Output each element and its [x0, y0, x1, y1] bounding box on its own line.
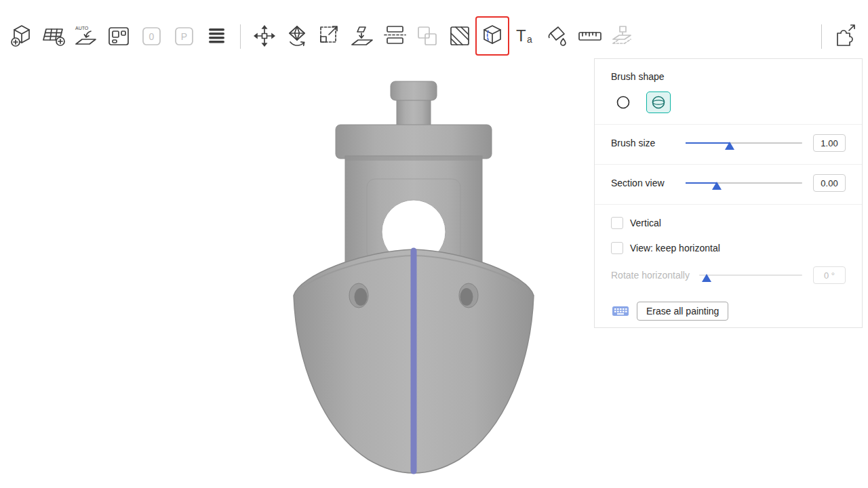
- rotate-horizontally-label: Rotate horizontally: [611, 270, 690, 281]
- move-icon: [251, 22, 278, 49]
- plugin-button[interactable]: [830, 18, 861, 54]
- mesh-boolean-icon: [414, 22, 441, 49]
- place-on-face-icon: [349, 22, 376, 49]
- panel-divider: [595, 164, 862, 165]
- brush-size-slider[interactable]: [686, 136, 802, 150]
- brush-size-value[interactable]: 1.00: [813, 134, 846, 152]
- vertical-checkbox[interactable]: [611, 217, 623, 229]
- add-plate-button[interactable]: [38, 18, 69, 54]
- brush-shape-title: Brush shape: [611, 71, 846, 82]
- fill-plate-0-button: 0: [136, 18, 167, 54]
- brush-size-label: Brush size: [611, 138, 676, 148]
- color-painting-icon: [544, 22, 571, 49]
- rotate-slider-track: [699, 274, 802, 276]
- rotate-horizontally-slider: [699, 268, 802, 283]
- toolbar-separator: [821, 24, 822, 49]
- shortcuts-button[interactable]: [611, 304, 630, 318]
- auto-orient-icon-label: AUTO: [75, 26, 89, 30]
- cut-button[interactable]: [379, 18, 410, 54]
- toolbar-separator: [240, 24, 241, 49]
- sphere-brush-icon: [651, 95, 666, 110]
- text-tool-icon: T a: [511, 22, 538, 49]
- rotate-slider-handle: [702, 274, 711, 282]
- mesh-boolean-button: [412, 18, 443, 54]
- scale-icon: [316, 22, 343, 49]
- auto-orient-icon: AUTO: [73, 22, 100, 49]
- arrange-button[interactable]: [103, 18, 134, 54]
- scale-button[interactable]: [314, 18, 345, 54]
- section-view-label: Section view: [611, 178, 676, 188]
- rotate-icon: [283, 22, 311, 49]
- vertical-checkbox-label: Vertical: [630, 218, 661, 228]
- add-object-button[interactable]: [5, 18, 37, 54]
- layers-icon: [203, 22, 230, 49]
- section-view-slider[interactable]: [686, 176, 802, 190]
- fill-plate-p-icon: P: [170, 22, 197, 49]
- assembly-view-button: [607, 18, 638, 54]
- rotate-button[interactable]: [281, 18, 313, 54]
- panel-divider: [595, 204, 862, 205]
- add-plate-icon: [40, 22, 67, 49]
- section-view-value[interactable]: 0.00: [813, 174, 846, 192]
- brush-size-row: Brush size 1.00: [611, 133, 846, 153]
- support-painting-icon: [446, 22, 473, 49]
- seam-painting-icon: [479, 22, 506, 49]
- support-painting-button[interactable]: [444, 18, 475, 54]
- color-painting-button[interactable]: [542, 18, 573, 54]
- benchy-model[interactable]: [281, 80, 546, 481]
- arrange-icon: [105, 22, 132, 49]
- section-view-row: Section view 0.00: [611, 173, 846, 193]
- auto-orient-button[interactable]: AUTO: [71, 18, 102, 54]
- variable-layer-height-button[interactable]: [201, 18, 232, 54]
- keep-horizontal-checkbox[interactable]: [611, 242, 623, 254]
- chimney-cap: [391, 81, 437, 100]
- cut-icon: [381, 22, 408, 49]
- measure-icon: [576, 22, 604, 49]
- fill-plate-p-button: P: [168, 18, 199, 54]
- seam-painting-button[interactable]: [477, 18, 508, 54]
- assembly-view-icon: [609, 22, 636, 49]
- move-button[interactable]: [249, 18, 280, 54]
- keep-horizontal-checkbox-label: View: keep horizontal: [630, 243, 720, 253]
- fill-plate-0-glyph: 0: [149, 31, 155, 42]
- brush-shape-sphere-option[interactable]: [646, 92, 671, 113]
- main-toolbar: AUTO 0 P: [0, 0, 868, 58]
- brush-size-slider-fill: [686, 142, 730, 144]
- plugin-puzzle-icon: [832, 22, 859, 49]
- section-view-slider-handle[interactable]: [712, 182, 722, 190]
- rotate-horizontally-row: Rotate horizontally 0 °: [611, 265, 846, 285]
- text-tool-glyph-a: a: [527, 34, 532, 45]
- fill-plate-p-glyph: P: [181, 31, 187, 42]
- text-tool-glyph-T: T: [516, 26, 526, 45]
- keep-horizontal-checkbox-row: View: keep horizontal: [611, 241, 846, 255]
- text-tool-button[interactable]: T a: [509, 18, 540, 54]
- panel-actions: Erase all painting: [611, 302, 846, 321]
- panel-divider: [595, 124, 862, 125]
- brush-size-slider-handle[interactable]: [725, 142, 734, 150]
- cabin-roof-shadow: [345, 156, 482, 161]
- erase-all-painting-button[interactable]: Erase all painting: [637, 302, 728, 321]
- seam-painting-panel: Brush shape Brush size 1.00 Section view: [594, 58, 863, 328]
- circle-brush-icon: [616, 95, 631, 110]
- rotate-horizontally-value: 0 °: [813, 266, 846, 284]
- measure-button[interactable]: [574, 18, 606, 54]
- hawse-hole-right-inner: [460, 288, 473, 306]
- keyboard-icon: [612, 305, 629, 317]
- place-on-face-button[interactable]: [347, 18, 378, 54]
- hawse-hole-left-inner: [355, 288, 368, 306]
- brush-shape-circle-option[interactable]: [611, 92, 635, 113]
- brush-shape-options: [611, 92, 846, 113]
- vertical-checkbox-row: Vertical: [611, 216, 846, 230]
- add-object-icon: [7, 22, 35, 49]
- fill-plate-0-icon: 0: [138, 22, 165, 49]
- cabin-roof: [336, 125, 492, 159]
